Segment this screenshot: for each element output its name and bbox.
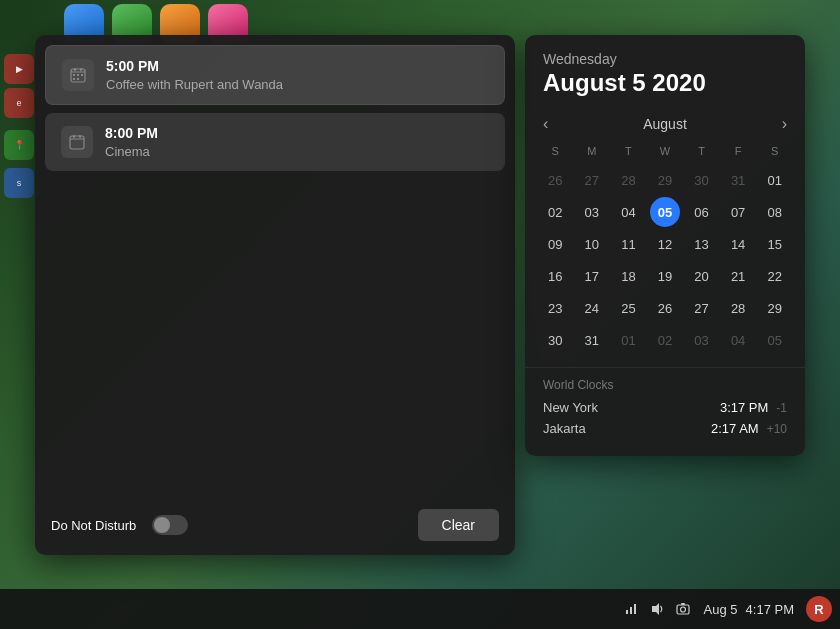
event-item-1[interactable]: 5:00 PM Coffee with Rupert and Wanda [45, 45, 505, 105]
calendar-day-w0d5[interactable]: 31 [723, 165, 753, 195]
prev-month-button[interactable]: ‹ [537, 113, 554, 135]
taskbar-network-icon[interactable] [622, 600, 640, 618]
sidebar-app-4[interactable]: s [4, 168, 34, 198]
svg-rect-4 [73, 74, 75, 76]
calendar-day-w1d0[interactable]: 02 [540, 197, 570, 227]
calendar-day-w2d0[interactable]: 09 [540, 229, 570, 259]
next-month-button[interactable]: › [776, 113, 793, 135]
svg-marker-16 [652, 603, 659, 615]
calendar-day-w2d1[interactable]: 10 [577, 229, 607, 259]
calendar-day-w2d4[interactable]: 13 [687, 229, 717, 259]
calendar-day-w3d4[interactable]: 20 [687, 261, 717, 291]
calendar-day-w2d6[interactable]: 15 [760, 229, 790, 259]
calendar-day-w3d0[interactable]: 16 [540, 261, 570, 291]
calendar-day-w4d3[interactable]: 26 [650, 293, 680, 323]
clock-city-jakarta: Jakarta [543, 421, 586, 436]
taskbar-avatar-label: R [814, 602, 823, 617]
calendar-week-0: 26272829303101 [537, 165, 793, 195]
calendar-week-5: 30310102030405 [537, 325, 793, 355]
calendar-day-w4d1[interactable]: 24 [577, 293, 607, 323]
calendar-day-w5d5[interactable]: 04 [723, 325, 753, 355]
clear-button[interactable]: Clear [418, 509, 499, 541]
clock-time-newyork: 3:17 PM [720, 400, 768, 415]
calendar-day-w0d6[interactable]: 01 [760, 165, 790, 195]
calendar-month-label: August [643, 116, 687, 132]
sidebar-app-4-icon: s [17, 178, 22, 188]
calendar-day-w5d2[interactable]: 01 [613, 325, 643, 355]
calendar-day-w1d1[interactable]: 03 [577, 197, 607, 227]
clock-time-offset-jakarta: 2:17 AM +10 [711, 421, 787, 436]
calendar-day-w5d0[interactable]: 30 [540, 325, 570, 355]
calendar-day-w1d6[interactable]: 08 [760, 197, 790, 227]
calendar-day-w1d4[interactable]: 06 [687, 197, 717, 227]
svg-rect-11 [73, 135, 75, 138]
taskbar-screenshot-icon[interactable] [674, 600, 692, 618]
calendar-day-w5d1[interactable]: 31 [577, 325, 607, 355]
dow-s2: S [756, 141, 793, 161]
calendar-day-w0d0[interactable]: 26 [540, 165, 570, 195]
calendar-day-w4d2[interactable]: 25 [613, 293, 643, 323]
dow-f: F [720, 141, 757, 161]
taskbar-icons [622, 600, 692, 618]
event-item-2[interactable]: 8:00 PM Cinema [45, 113, 505, 171]
calendar-day-w5d6[interactable]: 05 [760, 325, 790, 355]
taskbar-datetime[interactable]: Aug 5 4:17 PM [704, 602, 794, 617]
event-icon-1 [62, 59, 94, 91]
calendar-day-w4d6[interactable]: 29 [760, 293, 790, 323]
sidebar-app-2[interactable]: e [4, 88, 34, 118]
calendar-weekday: Wednesday [543, 51, 787, 67]
calendar-day-w0d2[interactable]: 28 [613, 165, 643, 195]
clock-time-offset-newyork: 3:17 PM -1 [720, 400, 787, 415]
do-not-disturb-toggle[interactable] [152, 515, 188, 535]
calendar-day-w3d1[interactable]: 17 [577, 261, 607, 291]
sidebar-app-1[interactable]: ▶ [4, 54, 34, 84]
calendar-grid: S M T W T F S 26272829303101020304050607… [525, 141, 805, 367]
svg-rect-7 [73, 78, 75, 80]
event-icon-2 [61, 126, 93, 158]
calendar-day-w2d5[interactable]: 14 [723, 229, 753, 259]
svg-rect-5 [77, 74, 79, 76]
calendar-day-w1d3[interactable]: 05 [650, 197, 680, 227]
calendar-dow-row: S M T W T F S [537, 141, 793, 161]
calendar-day-w1d5[interactable]: 07 [723, 197, 753, 227]
svg-point-18 [680, 607, 685, 612]
sidebar-app-3[interactable]: 📍 [4, 130, 34, 160]
calendar-day-w3d3[interactable]: 19 [650, 261, 680, 291]
svg-rect-3 [80, 68, 82, 71]
calendar-day-w0d3[interactable]: 29 [650, 165, 680, 195]
calendar-panel: Wednesday August 5 2020 ‹ August › S M T… [525, 35, 805, 456]
svg-rect-13 [626, 610, 628, 614]
svg-rect-14 [630, 607, 632, 614]
clock-city-newyork: New York [543, 400, 598, 415]
clock-offset-newyork: -1 [776, 401, 787, 415]
calendar-day-w4d5[interactable]: 28 [723, 293, 753, 323]
svg-rect-9 [70, 136, 84, 149]
calendar-day-w5d4[interactable]: 03 [687, 325, 717, 355]
taskbar-date: Aug 5 [704, 602, 738, 617]
calendar-week-4: 23242526272829 [537, 293, 793, 323]
calendar-day-w2d3[interactable]: 12 [650, 229, 680, 259]
calendar-day-w0d4[interactable]: 30 [687, 165, 717, 195]
taskbar-avatar[interactable]: R [806, 596, 832, 622]
calendar-day-w0d1[interactable]: 27 [577, 165, 607, 195]
events-list: 5:00 PM Coffee with Rupert and Wanda 8:0… [35, 35, 515, 495]
taskbar-volume-icon[interactable] [648, 600, 666, 618]
calendar-day-w5d3[interactable]: 02 [650, 325, 680, 355]
calendar-day-w3d5[interactable]: 21 [723, 261, 753, 291]
event-2-title: Cinema [105, 144, 158, 159]
calendar-day-w3d6[interactable]: 22 [760, 261, 790, 291]
calendar-day-w2d2[interactable]: 11 [613, 229, 643, 259]
clock-row-newyork: New York 3:17 PM -1 [543, 400, 787, 415]
calendar-day-w4d4[interactable]: 27 [687, 293, 717, 323]
clock-offset-jakarta: +10 [767, 422, 787, 436]
event-1-title: Coffee with Rupert and Wanda [106, 77, 283, 92]
events-footer: Do Not Disturb Clear [35, 495, 515, 555]
calendar-day-w1d2[interactable]: 04 [613, 197, 643, 227]
do-not-disturb-label: Do Not Disturb [51, 518, 136, 533]
dow-t1: T [610, 141, 647, 161]
calendar-weeks: 2627282930310102030405060708091011121314… [537, 165, 793, 355]
calendar-day-w3d2[interactable]: 18 [613, 261, 643, 291]
svg-rect-6 [81, 74, 83, 76]
calendar-day-w4d0[interactable]: 23 [540, 293, 570, 323]
event-2-time: 8:00 PM [105, 125, 158, 141]
